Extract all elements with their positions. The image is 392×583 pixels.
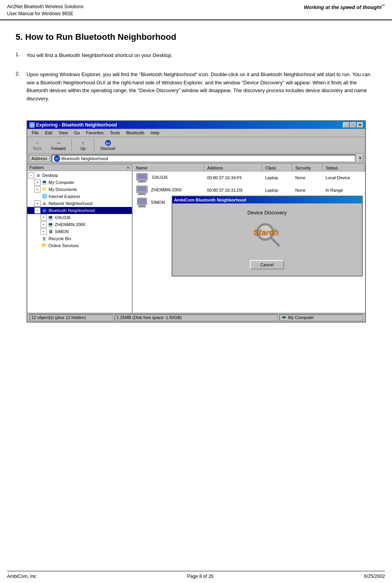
address-bt-icon: BT: [54, 155, 60, 162]
header-line2: User Manual for Windows 98SE: [7, 10, 83, 17]
tree-item-network[interactable]: + 🖧 Network Neighborhood: [27, 200, 132, 207]
tree-item-mycomputer[interactable]: + 💻 My Computer: [27, 179, 132, 186]
discovery-dialog: AmbiCom Bluetooth Neighborhood Device Di…: [172, 196, 363, 276]
tree-item-online[interactable]: 📂 Online Services: [27, 242, 132, 249]
discovery-content: Device Discovery: [172, 203, 362, 276]
menu-view[interactable]: View: [55, 130, 71, 136]
menu-edit[interactable]: Edit: [42, 130, 55, 136]
explorer-title-text: Exploring - Bluetooth Neighborhood: [36, 122, 117, 128]
row2-name: ZHENMIN-2000: [133, 184, 204, 196]
expand-bt-neighborhood[interactable]: −: [34, 207, 41, 214]
menu-tools[interactable]: Tools: [107, 130, 123, 136]
col-header-address[interactable]: Address: [204, 164, 262, 171]
row2-security: None: [292, 184, 323, 196]
header-left: Air2Net Bluetooth Wireless Solutions Use…: [7, 3, 83, 17]
title-bar-left: BT Exploring - Bluetooth Neighborhood: [29, 122, 117, 128]
tree-item-bt-neighborhood[interactable]: − BT Bluetooth Neighborhood: [27, 207, 132, 214]
svg-rect-19: [138, 207, 146, 207]
row1-device-icon: [136, 173, 151, 181]
zhenmin-icon: 💻: [48, 221, 54, 228]
up-icon: ↑: [79, 139, 87, 146]
simon-icon: 🖥: [48, 228, 54, 235]
folder-tree: − 🖥 Desktop + 💻 My Computer + 📁 M: [27, 171, 132, 250]
address-bar: Address BT Bluetooth Neighborhood ▼: [27, 153, 365, 164]
row1-name: G9U3J6: [133, 171, 204, 184]
content-area: 5. How to Run Bluetooth Neighborhood 1. …: [0, 20, 392, 342]
tree-label-recycle: Recycle Bin: [49, 236, 71, 241]
tree-item-mydocuments[interactable]: + 📁 My Documents: [27, 186, 132, 193]
svg-rect-14: [139, 193, 145, 194]
expand-mycomputer[interactable]: +: [34, 179, 41, 185]
expand-network[interactable]: +: [34, 200, 41, 207]
expand-g9u3j6[interactable]: +: [41, 214, 47, 221]
search-graphic: Starch: [250, 220, 285, 255]
toolbar-sep-1: [71, 139, 72, 151]
tree-item-g9u3j6[interactable]: + 💻 G9U3J6: [27, 214, 132, 221]
col-header-class[interactable]: Class: [262, 164, 292, 171]
discovery-title-bar: AmbiCom Bluetooth Neighborhood: [172, 196, 362, 203]
folders-header: Folders ×: [27, 164, 132, 171]
svg-text:BT: BT: [43, 210, 46, 212]
minimize-button[interactable]: _: [343, 122, 349, 128]
explorer-main: Folders × − 🖥 Desktop + 💻 My Computer: [27, 164, 365, 313]
svg-line-22: [271, 238, 279, 246]
row2-address: 00:80:37:16:31:D9: [204, 184, 262, 196]
desktop-icon: 🖥: [35, 172, 41, 178]
tree-label-zhenmin: ZHENMIN-2000: [55, 222, 85, 227]
back-button[interactable]: ← Back: [29, 138, 46, 152]
col-header-status[interactable]: Status: [323, 164, 365, 171]
forward-icon: →: [55, 139, 62, 146]
table-row[interactable]: G9U3J6 00:80:37:16:34:F5 Laptop None Loc…: [133, 171, 365, 184]
mydocuments-icon: 📁: [41, 186, 48, 193]
tree-item-desktop[interactable]: − 🖥 Desktop: [27, 172, 132, 179]
maximize-button[interactable]: □: [350, 122, 356, 128]
svg-rect-10: [139, 180, 145, 182]
page-footer: AmbiCom, Inc Page 8 of 26 6/25/2002: [7, 571, 385, 579]
tree-item-recycle[interactable]: 🗑 Recycle Bin: [27, 235, 132, 242]
tree-label-network: Network Neighborhood: [49, 201, 93, 206]
folders-close[interactable]: ×: [127, 165, 129, 170]
cancel-button[interactable]: Cancel: [250, 260, 284, 269]
menu-bluetooth[interactable]: Bluetooth: [123, 130, 147, 136]
menu-favorites[interactable]: Favorites: [83, 130, 107, 136]
col-header-name[interactable]: Name: [133, 164, 204, 171]
row1-security: None: [292, 171, 323, 184]
tree-item-zhenmin[interactable]: + 💻 ZHENMIN-2000: [27, 221, 132, 228]
header-line1: Air2Net Bluetooth Wireless Solutions: [7, 3, 83, 10]
svg-rect-13: [138, 187, 146, 191]
menu-help[interactable]: Help: [147, 130, 163, 136]
discover-icon: BT: [104, 139, 112, 146]
row1-status: Local Device: [323, 171, 365, 184]
row1-class: Laptop: [262, 171, 292, 184]
address-input[interactable]: BT Bluetooth Neighborhood: [51, 155, 356, 162]
explorer-title-icon: BT: [29, 122, 35, 128]
discovery-subtitle: Device Discovery: [247, 210, 286, 216]
search-text: Starch: [254, 227, 279, 237]
tree-item-simon[interactable]: + 🖥 SIMON: [27, 228, 132, 235]
tree-item-ie[interactable]: 🌐 Internet Explorer: [27, 193, 132, 200]
footer-company: AmbiCom, Inc: [7, 574, 36, 579]
close-button[interactable]: ✕: [357, 122, 363, 128]
expand-simon[interactable]: +: [41, 228, 47, 235]
discover-button[interactable]: BT Discover: [97, 138, 119, 152]
menu-go[interactable]: Go: [71, 130, 83, 136]
expand-desktop[interactable]: −: [28, 172, 34, 178]
title-bar-controls[interactable]: _ □ ✕: [343, 122, 363, 128]
expand-zhenmin[interactable]: +: [41, 221, 47, 228]
footer-page: Page 8 of 26: [187, 574, 213, 579]
menu-file[interactable]: File: [29, 130, 42, 136]
page-header: Air2Net Bluetooth Wireless Solutions Use…: [0, 0, 392, 20]
address-dropdown[interactable]: ▼: [357, 155, 364, 162]
online-icon: 📂: [41, 242, 48, 249]
row2-class: Laptop: [262, 184, 292, 196]
expand-mydocuments[interactable]: +: [34, 186, 41, 193]
forward-button[interactable]: → Forward: [48, 138, 69, 152]
up-button[interactable]: ↑ Up: [74, 138, 92, 152]
back-icon: ←: [34, 139, 41, 146]
status-mycomputer: 💻 My Computer: [279, 314, 363, 321]
table-row[interactable]: ZHENMIN-2000 00:80:37:16:31:D9 Laptop No…: [133, 184, 365, 196]
col-header-security[interactable]: Security: [292, 164, 323, 171]
magnifier-icon: [252, 219, 283, 256]
svg-text:BT: BT: [31, 124, 34, 127]
menu-bar: File Edit View Go Favorites Tools Blueto…: [27, 129, 365, 137]
